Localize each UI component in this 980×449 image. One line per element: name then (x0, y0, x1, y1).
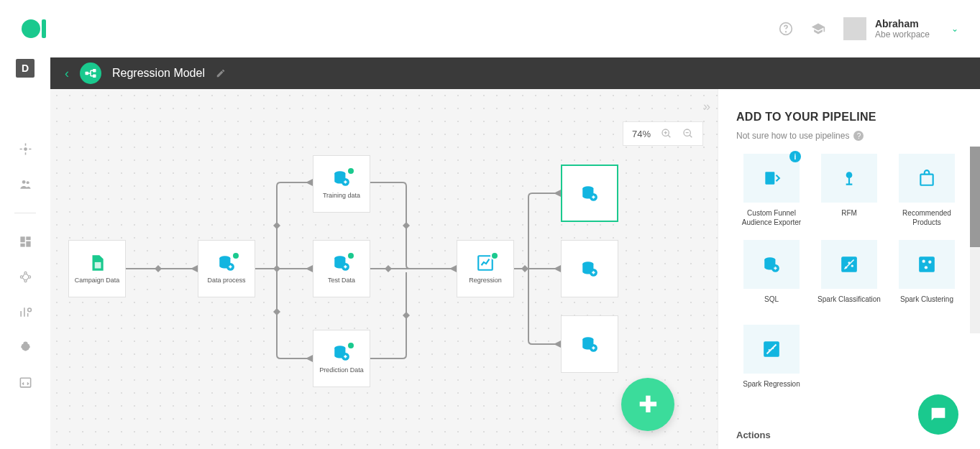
node-label: Campaign Data (72, 277, 123, 284)
sidenav-item-target[interactable] (19, 142, 32, 156)
tile-recommended[interactable]: Recommended Products (892, 154, 962, 227)
node-regression[interactable]: Regression (457, 240, 514, 297)
svg-rect-8 (20, 244, 24, 247)
svg-point-1 (786, 32, 787, 32)
svg-rect-17 (93, 75, 96, 78)
tile-spark-classification[interactable]: Spark Classification (814, 240, 884, 312)
svg-rect-36 (95, 262, 101, 269)
svg-rect-61 (919, 256, 935, 272)
actions-header: Actions (736, 430, 771, 440)
svg-rect-5 (20, 236, 24, 242)
info-icon[interactable]: i (789, 151, 801, 162)
node-label: Test Data (325, 277, 358, 284)
zoom-out-icon[interactable] (682, 128, 694, 139)
svg-marker-27 (306, 355, 313, 362)
node-label: Training data (320, 192, 363, 199)
svg-point-9 (20, 276, 22, 278)
panel-collapse-icon[interactable]: » (703, 99, 710, 114)
tile-spark-clustering[interactable]: Spark Clustering (892, 240, 962, 312)
svg-point-62 (922, 260, 925, 263)
sidenav-item-users[interactable] (19, 177, 32, 191)
help-icon[interactable] (779, 22, 793, 36)
svg-marker-31 (403, 312, 410, 319)
svg-rect-16 (93, 69, 96, 73)
canvas[interactable]: » 74% (50, 89, 718, 449)
node-training-data[interactable]: Training data (313, 155, 370, 213)
node-label: Data process (204, 277, 248, 284)
svg-rect-15 (86, 72, 89, 75)
svg-marker-29 (385, 265, 392, 272)
scatter-icon (840, 255, 858, 274)
database-icon (332, 343, 351, 362)
tile-label: SQL (764, 295, 779, 312)
svg-point-4 (26, 181, 29, 184)
database-icon (762, 255, 781, 274)
sidenav-item-dashboard[interactable] (19, 235, 32, 249)
svg-point-60 (851, 265, 853, 267)
svg-rect-7 (26, 241, 30, 247)
sidenav-item-code[interactable] (19, 376, 32, 389)
tile-sql[interactable]: SQL (736, 240, 807, 312)
back-icon[interactable]: ‹ (65, 66, 69, 81)
database-icon (580, 184, 599, 203)
top-bar: Abraham Abe workpace ⌄ (0, 0, 980, 57)
pin-icon (840, 169, 858, 188)
node-output-2[interactable] (561, 240, 618, 297)
svg-point-64 (925, 266, 928, 269)
edit-icon[interactable] (216, 68, 226, 78)
panel-scrollbar[interactable] (970, 147, 980, 333)
database-icon (580, 259, 599, 278)
tile-custom-funnel[interactable]: i Custom Funnel Audience Exporter (736, 154, 807, 227)
topbar-right: Abraham Abe workpace ⌄ (779, 17, 958, 40)
svg-marker-25 (306, 265, 313, 272)
tile-spark-regression[interactable]: Spark Regression (736, 325, 807, 397)
cluster-icon (917, 255, 936, 274)
sidenav-item-graph[interactable] (19, 270, 32, 284)
help-icon[interactable]: ? (853, 131, 864, 141)
svg-marker-30 (449, 265, 457, 272)
sidenav-item-active[interactable]: D (16, 59, 35, 78)
svg-point-11 (28, 276, 30, 278)
node-output-1[interactable] (561, 165, 618, 222)
tile-label: Spark Regression (743, 379, 800, 397)
tile-label: Custom Funnel Audience Exporter (736, 208, 807, 227)
svg-marker-33 (554, 190, 561, 197)
node-campaign-data[interactable]: Campaign Data (68, 240, 126, 297)
graduation-icon[interactable] (811, 22, 825, 36)
pipeline-icon (80, 63, 101, 84)
tile-label: RFM (841, 208, 857, 226)
user-name: Abraham (875, 18, 930, 29)
file-icon (88, 254, 106, 272)
tile-label: Spark Classification (818, 295, 881, 312)
app-logo[interactable] (22, 19, 46, 38)
database-icon (332, 169, 351, 188)
tile-rfm[interactable]: RFM (814, 154, 884, 227)
node-test-data[interactable]: Test Data (313, 240, 370, 297)
user-workspace: Abe workpace (875, 29, 930, 40)
svg-marker-32 (521, 265, 528, 272)
svg-point-10 (24, 272, 26, 274)
node-label: Prediction Data (316, 366, 367, 374)
side-nav: D (0, 57, 50, 449)
svg-marker-22 (273, 265, 280, 272)
node-prediction-data[interactable]: Prediction Data (313, 330, 370, 387)
svg-point-53 (846, 172, 853, 178)
node-label: Regression (466, 277, 505, 284)
user-text: Abraham Abe workpace (875, 18, 930, 40)
sidenav-item-brain[interactable] (19, 341, 32, 354)
svg-rect-14 (20, 378, 30, 387)
zoom-level: 74% (632, 129, 651, 139)
bag-icon (917, 169, 936, 188)
svg-point-12 (24, 279, 26, 282)
zoom-in-icon[interactable] (661, 128, 672, 139)
sidenav-item-analytics[interactable] (19, 305, 32, 319)
chat-button[interactable] (918, 394, 958, 435)
regression-icon (762, 340, 781, 358)
node-output-3[interactable] (561, 315, 618, 373)
node-data-process[interactable]: Data process (198, 240, 255, 297)
svg-point-67 (772, 348, 774, 349)
user-menu[interactable]: Abraham Abe workpace ⌄ (843, 17, 958, 40)
add-node-button[interactable]: ✚ (621, 378, 674, 431)
scrollbar-thumb[interactable] (970, 147, 980, 247)
avatar-icon (843, 17, 866, 40)
